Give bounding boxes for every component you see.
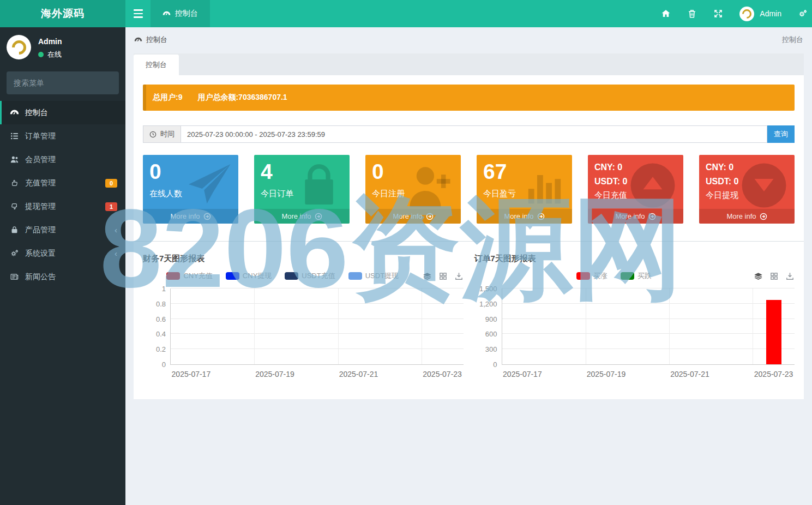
y-axis-tick: 0 — [162, 360, 166, 369]
sidebar-item-products[interactable]: 产品管理 ‹ — [0, 218, 125, 242]
stat-today-recharge: CNY: 0 USDT: 0 今日充值 More info — [588, 155, 683, 224]
chevron-left-icon: ‹ — [115, 249, 117, 257]
page-title: 控制台 — [146, 35, 167, 45]
legend-swatch — [166, 272, 180, 280]
query-button[interactable]: 查询 — [767, 125, 795, 143]
legend-swatch — [348, 272, 362, 280]
gridline — [502, 303, 795, 304]
online-status-label: 在线 — [47, 50, 62, 59]
stat-label: 今日提现 — [706, 190, 788, 201]
sidebar: Admin 在线 控制台 订单管理 — [0, 27, 125, 505]
more-info-link[interactable]: More info — [477, 209, 572, 224]
home-icon[interactable] — [661, 9, 671, 19]
stack-icon[interactable] — [754, 272, 763, 281]
sidebar-item-settings[interactable]: 系统设置 ‹ — [0, 242, 125, 265]
more-info-link[interactable]: More info — [365, 209, 461, 224]
legend-item[interactable]: 买跌 — [621, 271, 652, 281]
dashboard-pane: 总用户:9 用户总余额:7036386707.1 时间 查询 — [134, 75, 804, 399]
stack-icon[interactable] — [423, 272, 432, 281]
more-info-link[interactable]: More info — [588, 209, 683, 224]
legend-swatch — [285, 272, 298, 280]
legend-item[interactable]: CNY充值 — [166, 271, 212, 281]
legend-item[interactable]: USDT提现 — [348, 271, 399, 281]
tab-dashboard[interactable]: 控制台 — [134, 55, 179, 75]
x-axis-tick: 2025-07-19 — [255, 370, 294, 378]
online-status-dot — [38, 52, 44, 57]
sidebar-user-name: Admin — [38, 37, 62, 46]
y-axis-tick: 900 — [485, 315, 497, 323]
stat-today-registered: 0 今日注册 More info — [365, 155, 461, 224]
more-info-link[interactable]: More info — [254, 209, 350, 224]
save-image-icon[interactable] — [785, 272, 795, 281]
y-axis-tick: 0.2 — [156, 345, 166, 353]
gridline — [171, 303, 464, 304]
navbar-tab-label: 控制台 — [175, 9, 198, 19]
arrow-circle-right-icon — [315, 213, 322, 220]
settings-icon[interactable] — [798, 9, 808, 19]
finance-chart: 财务7天图形报表 CNY充值CNY提现USDT充值USDT提现 — [143, 254, 464, 381]
dashboard-icon — [163, 10, 171, 17]
stat-label: 今日盈亏 — [483, 189, 566, 199]
legend-label: USDT提现 — [365, 271, 399, 281]
sidebar-search — [7, 71, 119, 94]
sidebar-item-dashboard[interactable]: 控制台 — [0, 101, 125, 124]
avatar — [739, 7, 754, 21]
stat-label: 在线人数 — [149, 189, 232, 199]
top-navbar: 海外源码 控制台 Admin — [0, 0, 812, 27]
gridline — [254, 288, 255, 364]
tiled-icon[interactable] — [438, 272, 448, 281]
date-range-input[interactable] — [181, 125, 767, 143]
legend-label: CNY充值 — [183, 271, 212, 281]
legend-item[interactable]: 买涨 — [576, 271, 608, 281]
stat-value: 4 — [261, 160, 343, 184]
x-axis-tick: 2025-07-21 — [670, 370, 709, 378]
sidebar-item-members[interactable]: 会员管理 — [0, 148, 125, 171]
x-axis-tick: 2025-07-19 — [587, 370, 626, 378]
dashboard-icon — [10, 108, 19, 117]
x-axis-tick: 2025-07-21 — [339, 370, 378, 378]
sidebar-item-news[interactable]: 新闻公告 — [0, 265, 125, 288]
sidebar-item-orders[interactable]: 订单管理 — [0, 124, 125, 148]
y-axis-tick: 600 — [485, 330, 497, 338]
brand-logo[interactable]: 海外源码 — [0, 0, 125, 27]
sidebar-toggle-button[interactable] — [125, 0, 151, 27]
user-menu[interactable]: Admin — [739, 7, 781, 21]
chevron-left-icon: ‹ — [115, 226, 117, 234]
recharge-badge: 0 — [105, 179, 117, 188]
summary-alert: 总用户:9 用户总余额:7036386707.1 — [143, 85, 795, 111]
sidebar-item-recharge[interactable]: 充值管理 0 — [0, 171, 125, 195]
charts-row: 财务7天图形报表 CNY充值CNY提现USDT充值USDT提现 — [143, 254, 795, 381]
gridline — [669, 288, 670, 364]
gridline — [502, 288, 795, 288]
legend-item[interactable]: USDT充值 — [285, 271, 335, 281]
legend-item[interactable]: CNY提现 — [226, 271, 272, 281]
tiled-icon[interactable] — [769, 272, 779, 281]
y-axis-tick: 0.4 — [156, 330, 166, 338]
legend-label: CNY提现 — [243, 271, 272, 281]
time-filter-label: 时间 — [143, 125, 181, 143]
withdraw-hand-icon — [10, 202, 19, 211]
navbar-user-name: Admin — [760, 9, 781, 18]
gridline — [586, 288, 586, 364]
stat-value: 67 — [483, 160, 566, 184]
orders-chart: 订单7天图形报表 买涨买跌 — [474, 254, 795, 381]
chart-legend: CNY充值CNY提现USDT充值USDT提现 — [143, 271, 423, 281]
more-info-link[interactable]: More info — [699, 209, 795, 224]
sidebar-item-withdraw[interactable]: 提现管理 1 — [0, 195, 125, 218]
stat-label: 今日充值 — [594, 190, 677, 201]
stat-today-orders: 4 今日订单 More info — [254, 155, 350, 224]
chart-title: 订单7天图形报表 — [474, 254, 795, 264]
expand-icon[interactable] — [713, 9, 723, 19]
gridline — [171, 318, 464, 319]
sidebar-user-panel: Admin 在线 — [0, 27, 125, 68]
navbar-tab-dashboard[interactable]: 控制台 — [151, 0, 210, 27]
save-image-icon[interactable] — [454, 272, 464, 281]
more-info-link[interactable]: More info — [143, 209, 238, 224]
x-axis-tick: 2025-07-17 — [172, 370, 211, 378]
stat-label: 今日注册 — [372, 189, 454, 199]
main-panel: 控制台 总用户:9 用户总余额:7036386707.1 时间 查询 — [134, 53, 804, 399]
trash-icon[interactable] — [687, 9, 697, 19]
gears-icon — [10, 249, 19, 258]
stat-online-users: 0 在线人数 More info — [143, 155, 238, 224]
search-input[interactable] — [14, 79, 112, 87]
